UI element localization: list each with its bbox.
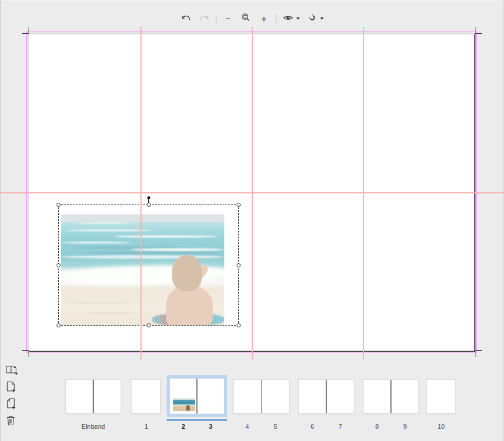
crop-mark <box>475 27 482 34</box>
zoom-in-button[interactable]: + <box>258 12 270 26</box>
add-page-after-button[interactable] <box>6 382 20 393</box>
add-spread-icon <box>6 364 19 378</box>
toolbar-divider <box>216 14 216 24</box>
thumbnail-label-1: 1 <box>132 423 161 430</box>
resize-handle-nw[interactable] <box>57 203 61 207</box>
selected-thumbnail-indicator <box>167 419 227 421</box>
zoom-out-button[interactable]: − <box>221 12 234 26</box>
add-page-before-button[interactable] <box>6 398 20 410</box>
magnifier-icon <box>241 13 251 24</box>
snap-options-button[interactable] <box>306 12 325 26</box>
woman-arm <box>195 263 210 280</box>
thumbnail-label-8-9: 8 9 <box>363 423 419 430</box>
wave-streak <box>131 248 224 251</box>
photo-selection-frame[interactable] <box>58 204 239 326</box>
thumbnail-label-9: 9 <box>391 423 419 430</box>
woman-hair <box>172 255 202 291</box>
toolbar-divider <box>276 14 276 24</box>
wave-streak <box>61 255 224 259</box>
spread-divider <box>93 380 94 413</box>
beach-towel <box>152 313 224 325</box>
thumbnail-label-5: 5 <box>262 423 290 430</box>
thumbnail-spread-4-5[interactable] <box>233 379 290 414</box>
resize-handle-w[interactable] <box>57 263 61 267</box>
thumbnail-spread-2-3-selected[interactable] <box>167 375 227 417</box>
thumbnail-pages <box>170 378 224 414</box>
redo-icon <box>199 14 209 24</box>
zoom-in-label: + <box>261 14 267 24</box>
photo-book-editor: − + <box>0 0 504 441</box>
resize-handle-sw[interactable] <box>57 323 61 327</box>
thumbnail-label-2-3: 2 3 <box>170 423 224 430</box>
wave-streak <box>79 223 131 224</box>
thumbnail-spread-6-7[interactable] <box>298 379 354 414</box>
undo-button[interactable] <box>179 12 192 26</box>
wave-streak <box>114 235 218 238</box>
surf-foam <box>61 263 224 287</box>
caret-down-icon <box>320 17 323 20</box>
add-page-mirrored-icon <box>6 398 16 411</box>
thumbnail-label-cover: Einband <box>65 423 121 430</box>
view-options-button[interactable] <box>281 12 301 26</box>
toolbar: − + <box>179 12 325 26</box>
thumbnail-label-6: 6 <box>298 423 326 430</box>
wave-streak <box>66 230 153 231</box>
caret-down-icon <box>296 17 299 20</box>
redo-button[interactable] <box>198 12 210 26</box>
delete-page-button[interactable] <box>6 415 20 427</box>
undo-icon <box>181 14 191 24</box>
wave-shadow <box>73 246 189 249</box>
spread-divider <box>326 380 327 413</box>
spread-divider <box>390 380 392 413</box>
thumbnail-label-2[interactable]: 2 <box>170 423 197 430</box>
thumbnail-label-3[interactable]: 3 <box>197 423 224 430</box>
resize-handle-se[interactable] <box>237 323 241 327</box>
beach-photo[interactable] <box>61 214 224 325</box>
thumbnail-spread-8-9[interactable] <box>363 379 419 414</box>
zoom-out-label: − <box>225 14 231 24</box>
sand-texture <box>67 302 137 304</box>
wave-shadow <box>84 252 218 254</box>
wave-streak <box>61 242 131 244</box>
spread-divider <box>196 379 198 414</box>
thumbnail-page-1[interactable] <box>132 379 161 414</box>
thumbnail-cover[interactable] <box>65 379 121 414</box>
thumbnail-beach-photo <box>173 398 195 411</box>
thumbnail-page-10[interactable] <box>427 379 456 414</box>
thumbnail-label-6-7: 6 7 <box>298 423 354 430</box>
thumbnail-label-10: 10 <box>427 423 456 430</box>
resize-handle-e[interactable] <box>237 263 241 267</box>
add-spread-button[interactable] <box>6 365 20 376</box>
zoom-reset-button[interactable] <box>239 12 252 26</box>
spread-divider <box>261 380 262 413</box>
trash-icon <box>6 415 16 428</box>
crop-mark <box>475 350 482 357</box>
thumbnail-label-4: 4 <box>233 423 262 430</box>
resize-handle-ne[interactable] <box>237 203 241 207</box>
woman-figure <box>166 285 213 325</box>
add-page-icon <box>6 381 16 394</box>
sand-texture <box>84 312 137 314</box>
thumbnail-label-4-5: 4 5 <box>233 423 290 430</box>
thumbnail-figure <box>186 405 190 411</box>
resize-handle-n[interactable] <box>147 203 151 207</box>
eye-icon <box>283 14 293 23</box>
thumbnail-label-7: 7 <box>326 423 354 430</box>
thumbnail-label-8: 8 <box>363 423 391 430</box>
resize-handle-s[interactable] <box>147 323 151 327</box>
rotation-handle[interactable] <box>147 196 150 199</box>
page-tools <box>6 365 20 427</box>
magnet-icon <box>307 13 317 24</box>
